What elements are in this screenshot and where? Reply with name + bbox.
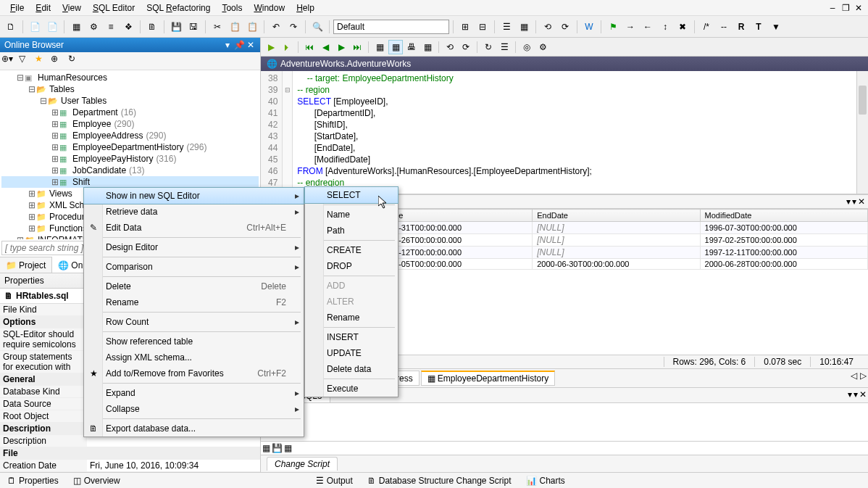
msg-tool-icon[interactable]: 💾 <box>272 443 283 453</box>
refresh-icon[interactable]: ↻ <box>481 40 496 54</box>
toolbar-icon[interactable]: 📄 <box>27 19 43 35</box>
toolbar-icon[interactable]: R <box>733 19 749 35</box>
target-icon[interactable]: ◎ <box>519 40 534 54</box>
submenu-item[interactable]: Rename <box>305 310 398 326</box>
column-header[interactable]: ModifiedDate <box>700 210 867 222</box>
menu-sql-editor[interactable]: SQL Editor <box>87 1 141 15</box>
context-menu-item[interactable]: ★Add to/Remove from FavoritesCtrl+F2 <box>84 365 304 381</box>
minimize-icon[interactable]: – <box>827 3 838 13</box>
menu-help[interactable]: Help <box>291 1 320 15</box>
toolbar-icon[interactable]: ⚙ <box>85 19 101 35</box>
table-cell[interactable]: 1997-02-25T00:00:00.000 <box>700 234 867 247</box>
execute-step-icon[interactable]: ⏵ <box>280 40 294 54</box>
code-body[interactable]: -- target: EmployeeDepartmentHistory-- r… <box>293 71 596 194</box>
context-menu-item[interactable]: Retrieve data▸ <box>84 204 304 220</box>
toolbar-icon[interactable]: ⟳ <box>459 40 473 54</box>
table-cell[interactable]: 2000-06-28T00:00:00.000 <box>700 259 867 270</box>
submenu-item[interactable]: DROP <box>305 258 398 274</box>
context-menu-item[interactable]: Design Editor▸ <box>84 239 304 255</box>
results-tab[interactable]: ▦EmployeeDepartmentHistory <box>421 371 555 386</box>
tree-table-jobcandidate[interactable]: ⊞JobCandidate(13) <box>1 165 259 176</box>
tree-table-employeedepartmenthistory[interactable]: ⊞EmployeeDepartmentHistory(296) <box>1 141 259 153</box>
toolbar-icon[interactable]: ▦ <box>68 19 84 35</box>
toolbar-icon[interactable]: ≡ <box>103 19 119 35</box>
paste-icon[interactable]: 📋 <box>244 19 260 35</box>
fold-gutter[interactable]: ⊟ <box>283 71 293 194</box>
table-cell[interactable]: [NULL] <box>533 234 700 247</box>
context-menu-item[interactable]: Assign XML schema... <box>84 350 304 365</box>
toolbar-icon[interactable]: ❖ <box>120 19 136 35</box>
bottom-tab-charts[interactable]: 📊Charts <box>519 474 572 487</box>
column-header[interactable]: EndDate <box>533 210 700 222</box>
nav-next-icon[interactable]: ▶ <box>334 40 349 54</box>
execute-icon[interactable]: ▶ <box>264 40 278 54</box>
toolbar-icon[interactable]: /* <box>698 19 714 35</box>
toolbar-icon[interactable]: ⟲ <box>540 19 556 35</box>
tree-table-employeepayhistory[interactable]: ⊞EmployeePayHistory(316) <box>1 153 259 165</box>
toolbar-icon[interactable]: ⚙ <box>535 40 550 54</box>
submenu-item[interactable]: UPDATE <box>305 345 398 361</box>
tab-nav-left-icon[interactable]: ◁ <box>851 371 857 386</box>
messages-body[interactable] <box>261 403 868 441</box>
toolbar-icon[interactable]: ← <box>640 19 656 35</box>
tree-tool-icon[interactable]: ⊕▾ <box>1 54 16 68</box>
context-submenu[interactable]: SELECTNamePathCREATEDROPADDALTERRenameIN… <box>304 186 398 397</box>
nav-prev-icon[interactable]: ◀ <box>318 40 333 54</box>
toolbar-icon[interactable]: ⟳ <box>557 19 573 35</box>
bottom-tab-properties[interactable]: 🗒Properties <box>0 474 66 487</box>
flag-icon[interactable]: ⚑ <box>605 19 621 35</box>
tree-tool-icon[interactable]: ▽ <box>19 54 33 68</box>
nav-first-icon[interactable]: ⏮ <box>302 40 317 54</box>
table-cell[interactable]: 1997-12-11T00:00:00.000 <box>700 247 867 259</box>
tree-schema[interactable]: ⊟HumanResources <box>1 72 259 83</box>
panel-dropdown-icon[interactable]: ▾ <box>222 40 233 50</box>
print-icon[interactable]: 🖶 <box>404 40 419 54</box>
panel-pin-icon[interactable]: 📌 <box>234 40 244 50</box>
toolbar-icon[interactable]: 🔍 <box>309 19 325 35</box>
menu-tools[interactable]: Tools <box>216 1 248 15</box>
context-menu-item[interactable]: Comparison▸ <box>84 259 304 275</box>
submenu-item[interactable]: CREATE <box>305 242 398 258</box>
editor-tab-header[interactable]: 🌐 AdventureWorks.AdventureWorks <box>261 57 868 71</box>
layout-combo[interactable] <box>333 20 449 34</box>
menu-window[interactable]: Window <box>248 1 291 15</box>
toolbar-icon[interactable]: ⊞ <box>457 19 473 35</box>
context-menu-item[interactable]: Collapse▸ <box>84 401 304 417</box>
toolbar-icon[interactable]: ▦ <box>420 40 435 54</box>
results-close-icon[interactable]: ✕ <box>858 197 865 207</box>
bottom-tab-overview[interactable]: ◫Overview <box>66 474 128 487</box>
toolbar-icon[interactable]: ⊟ <box>475 19 491 35</box>
msg-pin-icon[interactable]: ▾ <box>854 389 858 401</box>
save-all-icon[interactable]: 🖫 <box>185 19 201 35</box>
toolbar-icon[interactable]: ▦ <box>516 19 532 35</box>
favorite-icon[interactable]: ★ <box>35 54 49 68</box>
toolbar-icon[interactable]: ☰ <box>498 19 514 35</box>
msg-tool-icon[interactable]: ▦ <box>284 443 292 453</box>
context-menu-item[interactable]: 🗎Export database data... <box>84 421 304 437</box>
msg-dropdown-icon[interactable]: ▾ <box>848 389 852 401</box>
props-value[interactable]: Fri, June 10, 2016, 10:09:34 <box>87 460 260 472</box>
tree-user-tables[interactable]: ⊟User Tables <box>1 95 259 107</box>
context-menu-item[interactable]: Show in new SQL Editor▸ <box>83 187 304 204</box>
grid-icon[interactable]: ▦ <box>372 40 387 54</box>
submenu-item[interactable]: INSERT <box>305 329 398 345</box>
cut-icon[interactable]: ✂ <box>209 19 225 35</box>
table-cell[interactable]: [NULL] <box>533 222 700 234</box>
maximize-icon[interactable]: ❐ <box>840 3 851 13</box>
toolbar-icon[interactable]: ✖ <box>675 19 690 35</box>
context-menu-item[interactable]: ✎Edit DataCtrl+Alt+E <box>84 220 304 236</box>
toolbar-icon[interactable]: 🗎 <box>144 19 160 35</box>
table-cell[interactable]: [NULL] <box>533 247 700 259</box>
menu-file[interactable]: File <box>4 1 30 15</box>
sql-code-editor[interactable]: 38394041424344454647 ⊟ -- target: Employ… <box>261 71 868 194</box>
toolbar-icon[interactable]: -- <box>716 19 732 35</box>
results-pin-icon[interactable]: ▾ <box>852 197 856 207</box>
tree-tables[interactable]: ⊟Tables <box>1 83 259 95</box>
tab-project[interactable]: 📁Project <box>0 257 52 273</box>
scrollbar-thumb[interactable] <box>859 86 867 115</box>
table-cell[interactable]: 1996-07-30T00:00:00.000 <box>700 222 867 234</box>
table-cell[interactable]: 2000-06-30T00:00:00.000 <box>533 259 700 270</box>
submenu-item[interactable]: SELECT <box>304 186 398 204</box>
context-menu-item[interactable]: Expand▸ <box>84 385 304 401</box>
toolbar-icon[interactable]: ↕ <box>657 19 673 35</box>
